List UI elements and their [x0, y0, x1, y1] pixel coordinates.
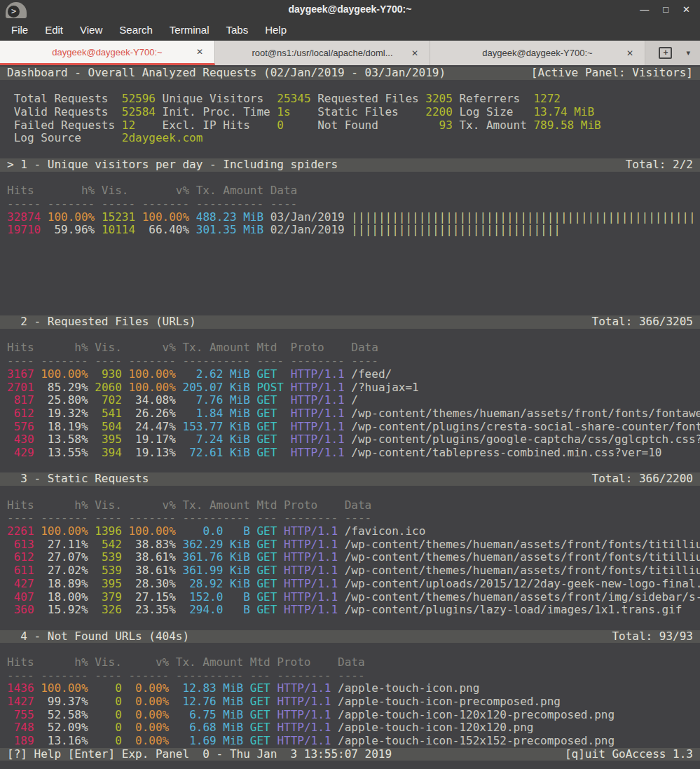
column-header: Hits h% Vis. v% Tx. Amount Data [0, 184, 700, 198]
blank-line [0, 276, 700, 290]
tab-label: daygeek@daygeek-Y700:~ [482, 48, 592, 58]
tab-3[interactable]: daygeek@daygeek-Y700:~✕ [430, 41, 645, 65]
strip-right-text: [Active Panel: Visitors] [531, 67, 693, 80]
menu-item-view[interactable]: View [71, 24, 111, 36]
table-row: 576 18.19% 504 24.47% 153.77 KiB GET HTT… [0, 421, 700, 434]
column-header: Hits h% Vis. v% Tx. Amount Mtd Proto Dat… [0, 656, 700, 669]
summary-row: Log Source 2daygeek.com [0, 132, 700, 145]
panel-header-static-requests: 3 - Static RequestsTotal: 366/2200 [0, 472, 700, 486]
blank-line [0, 617, 700, 630]
blank-line [0, 263, 700, 276]
strip-right-text: Total: 93/93 [612, 630, 693, 644]
table-row: 2261 100.00% 1396 100.00% 0.0 B GET HTTP… [0, 525, 700, 538]
column-header: Hits h% Vis. v% Tx. Amount Mtd Proto Dat… [0, 341, 700, 355]
tab-close-icon[interactable]: ✕ [626, 48, 633, 58]
dashboard-header: Dashboard - Overall Analyzed Requests (0… [0, 67, 700, 80]
terminal-window: > daygeek@daygeek-Y700:~ — □ ✕ FileEditV… [0, 0, 700, 769]
summary-row: Total Requests 52596 Unique Visitors 253… [0, 93, 700, 106]
blank-line [0, 302, 700, 315]
panel-header-not-found: 4 - Not Found URLs (404s)Total: 93/93 [0, 630, 700, 644]
menu-item-search[interactable]: Search [111, 24, 161, 36]
table-row: 407 18.00% 379 27.15% 152.0 B GET HTTP/1… [0, 591, 700, 604]
panel-header-requested-files: 2 - Requested Files (URLs)Total: 366/320… [0, 315, 700, 329]
strip-right-text: [q]uit GoAccess 1.3 [565, 748, 693, 761]
table-row: 1427 99.37% 0 0.00% 12.76 MiB GET HTTP/1… [0, 695, 700, 709]
table-row: 817 25.80% 702 34.08% 7.76 MiB GET HTTP/… [0, 394, 700, 407]
table-row: 3167 100.00% 930 100.00% 2.62 MiB GET HT… [0, 368, 700, 381]
table-row: 748 52.09% 0 0.00% 6.68 MiB GET HTTP/1.1… [0, 721, 700, 735]
new-tab-icon[interactable]: + [659, 47, 672, 59]
table-row: 613 27.11% 542 38.83% 362.29 KiB GET HTT… [0, 538, 700, 552]
window-titlebar[interactable]: > daygeek@daygeek-Y700:~ — □ ✕ [0, 0, 700, 18]
table-row: 612 27.07% 539 38.61% 361.76 KiB GET HTT… [0, 551, 700, 564]
table-row: 430 13.58% 395 19.17% 7.24 KiB GET HTTP/… [0, 433, 700, 447]
blank-line [0, 80, 700, 93]
strip-left-text: 3 - Static Requests [7, 472, 149, 486]
table-row: 2701 85.29% 2060 100.00% 205.07 KiB POST… [0, 381, 700, 395]
tab-dropdown-icon[interactable]: ▾ [686, 48, 690, 57]
menu-item-help[interactable]: Help [256, 24, 295, 36]
menu-item-tabs[interactable]: Tabs [218, 24, 257, 36]
blank-line [0, 486, 700, 499]
panel-header-visitors: > 1 - Unique visitors per day - Includin… [0, 158, 700, 172]
blank-line [0, 172, 700, 185]
tab-close-icon[interactable]: ✕ [411, 48, 418, 58]
blank-line [0, 329, 700, 342]
menu-bar: FileEditViewSearchTerminalTabsHelp [0, 18, 700, 41]
tab-1[interactable]: daygeek@daygeek-Y700:~✕ [0, 41, 215, 65]
tab-label: root@ns1:/usr/local/apache/doml... [252, 48, 392, 58]
summary-row: Valid Requests 52584 Init. Proc. Time 1s… [0, 106, 700, 119]
summary-row: Failed Requests 12 Excl. IP Hits 0 Not F… [0, 119, 700, 132]
minimize-icon[interactable]: — [640, 4, 649, 15]
column-underline: ---- ------- ---- ------- ---------- ---… [0, 355, 700, 368]
tab-label: daygeek@daygeek-Y700:~ [52, 47, 162, 57]
blank-line [0, 250, 700, 264]
table-row: 360 15.92% 326 23.35% 294.0 B GET HTTP/1… [0, 604, 700, 617]
table-row: 612 19.32% 541 26.26% 1.84 MiB GET HTTP/… [0, 407, 700, 421]
table-row: 427 18.89% 395 28.30% 28.92 KiB GET HTTP… [0, 578, 700, 591]
column-underline: ---- ------- ---- ------ ---------- --- … [0, 669, 700, 683]
table-row: 189 13.16% 0 0.00% 1.69 MiB GET HTTP/1.1… [0, 735, 700, 748]
strip-left-text: 4 - Not Found URLs (404s) [7, 630, 189, 644]
blank-line [0, 237, 700, 250]
strip-right-text: Total: 2/2 [626, 158, 693, 172]
tab-2[interactable]: root@ns1:/usr/local/apache/doml...✕ [215, 41, 430, 65]
blank-line [0, 290, 700, 303]
table-row: 755 52.58% 0 0.00% 6.75 MiB GET HTTP/1.1… [0, 709, 700, 722]
strip-left-text: > 1 - Unique visitors per day - Includin… [7, 158, 338, 172]
menu-item-terminal[interactable]: Terminal [161, 24, 218, 36]
blank-line [0, 145, 700, 158]
strip-left-text: [?] Help [Enter] Exp. Panel 0 - Thu Jan … [7, 748, 392, 761]
column-header: Hits h% Vis. v% Tx. Amount Mtd Proto Dat… [0, 499, 700, 512]
table-row: 32874 100.00% 15231 100.00% 488.23 MiB 0… [0, 211, 700, 224]
menu-item-edit[interactable]: Edit [36, 24, 71, 36]
window-title: daygeek@daygeek-Y700:~ [0, 4, 700, 15]
goaccess-terminal-screen[interactable]: Dashboard - Overall Analyzed Requests (0… [0, 65, 700, 769]
table-row: 1436 100.00% 0 0.00% 12.83 MiB GET HTTP/… [0, 682, 700, 695]
tab-bar: daygeek@daygeek-Y700:~✕root@ns1:/usr/loc… [0, 41, 700, 65]
menu-item-file[interactable]: File [3, 24, 36, 36]
blank-line [0, 460, 700, 473]
strip-right-text: Total: 366/3205 [592, 315, 694, 329]
strip-left-text: 2 - Requested Files (URLs) [7, 315, 196, 329]
status-bar: [?] Help [Enter] Exp. Panel 0 - Thu Jan … [0, 748, 700, 761]
maximize-icon[interactable]: □ [663, 4, 668, 15]
column-underline: ----- ------- ----- ------- ---------- -… [0, 198, 700, 211]
blank-line [0, 643, 700, 656]
close-icon[interactable]: ✕ [682, 4, 690, 15]
column-underline: ---- ------- ---- ------- ---------- ---… [0, 512, 700, 525]
tab-close-icon[interactable]: ✕ [196, 47, 203, 57]
table-row: 611 27.02% 539 38.61% 361.99 KiB GET HTT… [0, 564, 700, 578]
strip-left-text: Dashboard - Overall Analyzed Requests (0… [7, 67, 446, 80]
table-row: 429 13.55% 394 19.13% 72.61 KiB GET HTTP… [0, 447, 700, 460]
strip-right-text: Total: 366/2200 [592, 472, 694, 486]
table-row: 19710 59.96% 10114 66.40% 301.35 MiB 02/… [0, 224, 700, 237]
